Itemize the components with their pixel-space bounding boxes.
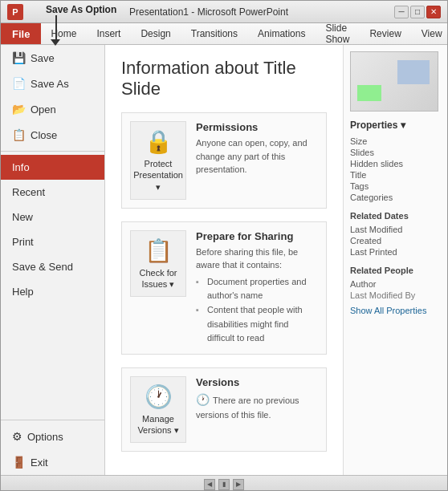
- permissions-description: Anyone can open, copy, and change any pa…: [196, 136, 318, 177]
- permissions-title: Permissions: [196, 121, 318, 133]
- prop-categories[interactable]: Categories: [350, 192, 441, 203]
- sidebar-item-options[interactable]: ⚙ Options: [1, 424, 104, 449]
- permissions-section: 🔒 ProtectPresentation ▾ Permissions Anyo…: [121, 112, 327, 209]
- prop-size[interactable]: Size: [350, 136, 441, 147]
- status-btn-3[interactable]: ▶: [233, 479, 244, 490]
- bullet-2: Content that people with disabilities mi…: [196, 303, 318, 346]
- last-printed[interactable]: Last Printed: [350, 246, 441, 258]
- check-issues-button[interactable]: 📋 Check forIssues ▾: [130, 230, 186, 298]
- maximize-button[interactable]: □: [410, 6, 425, 18]
- prop-slides[interactable]: Slides: [350, 147, 441, 158]
- slide-preview: [350, 51, 438, 112]
- open-label: Open: [31, 103, 56, 116]
- tab-view[interactable]: View: [412, 23, 448, 44]
- versions-title: Versions: [196, 376, 318, 388]
- app-logo: P: [7, 4, 23, 20]
- sidebar-item-help[interactable]: Help: [1, 279, 104, 304]
- tab-review[interactable]: Review: [360, 23, 411, 44]
- related-people-header: Related People: [350, 266, 441, 275]
- sidebar-item-save-send[interactable]: Save & Send: [1, 254, 104, 279]
- arrow-line: [55, 15, 57, 39]
- options-label: Options: [27, 431, 63, 443]
- prepare-description: Before sharing this file, be aware that …: [196, 246, 318, 272]
- save-as-annotation: Save As Option: [46, 4, 116, 46]
- minimize-button[interactable]: ─: [394, 6, 409, 18]
- versions-content: Versions 🕐There are no previous versions…: [196, 376, 318, 422]
- prepare-content: Prepare for Sharing Before sharing this …: [196, 230, 318, 346]
- close-label: Close: [31, 129, 57, 141]
- properties-header[interactable]: Properties ▾: [350, 120, 441, 131]
- prop-hidden-slides[interactable]: Hidden slides: [350, 158, 441, 169]
- sidebar-item-print[interactable]: Print: [1, 229, 104, 254]
- protect-label: ProtectPresentation ▾: [133, 158, 183, 193]
- exit-label: Exit: [31, 457, 48, 469]
- prop-title[interactable]: Title: [350, 169, 441, 181]
- prepare-section: 📋 Check forIssues ▾ Prepare for Sharing …: [121, 221, 327, 355]
- status-btn-2[interactable]: ▮: [218, 479, 230, 490]
- last-modified-by-label: Last Modified By: [350, 290, 441, 301]
- created[interactable]: Created: [350, 235, 441, 246]
- tab-animations[interactable]: Animations: [248, 23, 316, 44]
- save-label: Save: [31, 52, 55, 64]
- sidebar-item-save-as[interactable]: 📄 Save As: [1, 71, 104, 96]
- tab-design[interactable]: Design: [131, 23, 181, 44]
- lock-icon: 🔒: [145, 128, 173, 155]
- prepare-bullets: Document properties and author's name Co…: [196, 275, 318, 346]
- content-area: Information about Title Slide 🔒 ProtectP…: [105, 45, 343, 475]
- right-panel: Properties ▾ Size Slides Hidden slides T…: [343, 45, 447, 475]
- protect-presentation-button[interactable]: 🔒 ProtectPresentation ▾: [130, 121, 186, 200]
- tab-transitions[interactable]: Transitions: [181, 23, 248, 44]
- sidebar-item-open[interactable]: 📂 Open: [1, 96, 104, 122]
- sidebar-item-save[interactable]: 💾 Save: [1, 45, 104, 71]
- options-icon: ⚙: [12, 430, 22, 443]
- status-bar: ◀ ▮ ▶: [1, 475, 447, 491]
- check-issues-label: Check forIssues ▾: [139, 267, 177, 290]
- annotation-text: Save As Option: [46, 4, 116, 15]
- sidebar-item-recent[interactable]: Recent: [1, 180, 104, 205]
- sidebar-item-close[interactable]: 📋 Close: [1, 122, 104, 148]
- versions-section: 🕐 ManageVersions ▾ Versions 🕐There are n…: [121, 367, 327, 452]
- close-doc-icon: 📋: [12, 128, 26, 141]
- author[interactable]: Author: [350, 278, 441, 290]
- file-tab[interactable]: File: [1, 23, 41, 44]
- permissions-content: Permissions Anyone can open, copy, and c…: [196, 121, 318, 177]
- related-dates-header: Related Dates: [350, 211, 441, 221]
- versions-icon: 🕐: [145, 383, 173, 410]
- close-button[interactable]: ✕: [426, 6, 441, 18]
- window-controls: ─ □ ✕: [394, 6, 441, 18]
- save-icon: 💾: [12, 51, 26, 64]
- prop-tags[interactable]: Tags: [350, 181, 441, 192]
- sidebar-divider-1: [1, 151, 104, 152]
- prepare-title: Prepare for Sharing: [196, 230, 318, 242]
- sidebar: 💾 Save 📄 Save As 📂 Open 📋 Close Info Rec…: [1, 45, 105, 475]
- main-layout: 💾 Save 📄 Save As 📂 Open 📋 Close Info Rec…: [1, 45, 447, 475]
- info-label: Info: [12, 161, 30, 173]
- sidebar-item-exit[interactable]: 🚪 Exit: [1, 449, 104, 475]
- manage-versions-label: ManageVersions ▾: [137, 413, 178, 436]
- versions-description: 🕐There are no previous versions of this …: [196, 392, 318, 422]
- status-center-controls: ◀ ▮ ▶: [204, 479, 244, 490]
- check-icon: 📋: [145, 237, 173, 264]
- open-icon: 📂: [12, 103, 26, 116]
- tab-slideshow[interactable]: Slide Show: [316, 23, 360, 44]
- bullet-1: Document properties and author's name: [196, 275, 318, 303]
- sidebar-item-new[interactable]: New: [1, 205, 104, 229]
- status-btn-1[interactable]: ◀: [204, 479, 215, 490]
- save-as-icon: 📄: [12, 77, 26, 90]
- manage-versions-button[interactable]: 🕐 ManageVersions ▾: [130, 376, 186, 444]
- page-title: Information about Title Slide: [121, 58, 327, 99]
- save-as-label: Save As: [31, 78, 69, 90]
- last-modified[interactable]: Last Modified: [350, 224, 441, 235]
- show-all-properties[interactable]: Show All Properties: [350, 306, 441, 315]
- arrow-head: [51, 39, 60, 46]
- exit-icon: 🚪: [12, 456, 26, 469]
- sidebar-divider-2: [1, 420, 104, 420]
- sidebar-item-info[interactable]: Info: [1, 155, 104, 180]
